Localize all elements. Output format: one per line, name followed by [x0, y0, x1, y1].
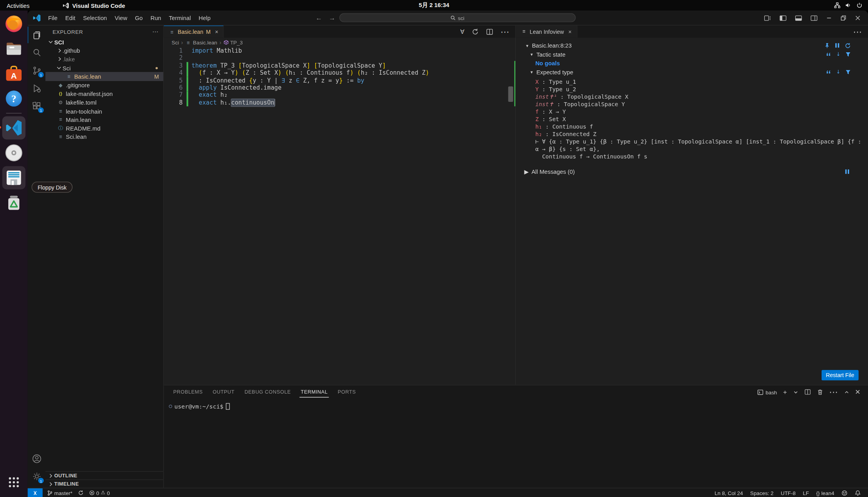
goto-down-icon[interactable]: ↓ [836, 52, 840, 57]
code-line-5[interactable]: 5 : IsConnected {y : Y | ∃ z ∈ Z, f z = … [164, 77, 515, 84]
feedback-smiley-icon[interactable] [839, 490, 850, 496]
activitybar-account-icon[interactable] [28, 450, 45, 467]
panel-tab-ports[interactable]: PORTS [337, 387, 357, 397]
explorer-more-actions-icon[interactable]: ⋯ [152, 28, 159, 35]
menu-help[interactable]: Help [195, 13, 214, 22]
sync-changes-button[interactable] [75, 490, 86, 495]
tree-item--lake[interactable]: .lake [45, 55, 163, 64]
code-line-6[interactable]: 6 apply IsConnected.image [164, 84, 515, 92]
code-editor[interactable]: 1import Mathlib23theorem TP_3 [Topologic… [164, 47, 515, 385]
terminal-instance-bash[interactable]: bash [757, 389, 777, 395]
quote-icon[interactable] [826, 70, 831, 74]
toggle-primary-sidebar-icon[interactable] [780, 14, 787, 21]
dock-disc-icon[interactable] [2, 141, 26, 164]
sidebar-section-outline[interactable]: OUTLINE [45, 471, 163, 479]
expected-type-header[interactable]: Expected type [536, 69, 573, 75]
code-line-7[interactable]: 7 exact h₂ [164, 92, 515, 99]
indentation-status[interactable]: Spaces: 2 [747, 490, 776, 496]
menu-file[interactable]: File [44, 13, 62, 22]
tree-item-lakefile-toml[interactable]: ⚙lakefile.toml [45, 98, 163, 107]
panel-tab-problems[interactable]: PROBLEMS [172, 387, 204, 397]
customize-layout-icon[interactable] [764, 14, 771, 21]
activitybar-search-icon[interactable] [28, 44, 45, 61]
problems-status[interactable]: 0 ⚠ 0 [86, 490, 112, 496]
dock-ubuntu-software-icon[interactable]: A [2, 62, 26, 85]
dock-help-icon[interactable]: ? [2, 87, 26, 110]
dock-floppy-disk-icon[interactable] [2, 166, 26, 189]
tree-item-basic-lean[interactable]: ≡Basic.leanM [45, 72, 163, 81]
pause-icon[interactable] [835, 42, 840, 48]
infoview-tab-close-icon[interactable]: × [568, 29, 572, 35]
activitybar-settings-gear-icon[interactable]: 1 [28, 468, 45, 484]
split-terminal-icon[interactable] [804, 389, 811, 396]
tree-item--github[interactable]: .github [45, 46, 163, 55]
tree-root-sci[interactable]: SCI [45, 38, 163, 46]
tab-basic-lean[interactable]: ≡ Basic.lean M × [164, 26, 224, 38]
code-line-4[interactable]: 4 (f : X → Y) (Z : Set X) (h₁ : Continuo… [164, 69, 515, 77]
collapse-chevron-icon[interactable]: ▼ [530, 52, 534, 56]
system-tray[interactable] [834, 2, 868, 8]
dock-vscode-icon[interactable] [2, 116, 26, 140]
close-button[interactable] [855, 15, 861, 20]
new-terminal-icon[interactable]: + [783, 388, 787, 396]
tree-item-sci-lean[interactable]: ≡Sci.lean [45, 133, 163, 141]
activitybar-source-control-icon[interactable]: 1 [28, 62, 45, 79]
terminal[interactable]: user@vm:~/sci$ [164, 403, 868, 410]
pin-icon[interactable] [824, 42, 830, 48]
expand-chevron-icon[interactable]: ▶ [524, 168, 529, 175]
infoview-more-actions-icon[interactable]: ⋯ [853, 26, 862, 37]
tree-item-lean-toolchain[interactable]: ≡lean-toolchain [45, 107, 163, 115]
panel-tab-debug-console[interactable]: DEBUG CONSOLE [243, 387, 292, 397]
tree-item--gitignore[interactable]: ◆.gitignore [45, 81, 163, 90]
toggle-secondary-sidebar-icon[interactable] [811, 14, 818, 21]
language-mode-status[interactable]: {}lean4 [813, 490, 837, 496]
collapse-chevron-icon[interactable]: ▼ [530, 70, 534, 74]
tree-item-main-lean[interactable]: ≡Main.lean [45, 115, 163, 124]
filter-icon[interactable] [845, 52, 851, 57]
menu-terminal[interactable]: Terminal [165, 13, 195, 22]
dock-firefox-icon[interactable] [2, 12, 26, 35]
tab-lean-infoview[interactable]: ≡ Lean Infoview × [516, 26, 577, 38]
maximize-panel-chevron-icon[interactable] [844, 390, 849, 395]
dock-files-icon[interactable] [2, 37, 26, 60]
tree-item-readme-md[interactable]: ⓘREADME.md [45, 124, 163, 133]
terminal-dropdown-chevron-icon[interactable] [793, 390, 798, 395]
code-line-3[interactable]: 3theorem TP_3 [TopologicalSpace X] [Topo… [164, 62, 515, 69]
panel-more-actions-icon[interactable]: ⋯ [829, 387, 838, 398]
goto-down-icon[interactable]: ↓ [836, 69, 840, 75]
panel-tab-terminal[interactable]: TERMINAL [300, 387, 329, 398]
eol-status[interactable]: LF [800, 490, 812, 496]
cursor-position-status[interactable]: Ln 8, Col 24 [712, 490, 746, 496]
collapse-chevron-icon[interactable]: ▼ [525, 44, 529, 48]
panel-tab-output[interactable]: OUTPUT [211, 387, 235, 397]
menu-selection[interactable]: Selection [79, 13, 111, 22]
activitybar-run-debug-icon[interactable] [28, 80, 45, 96]
tree-item-lake-manifest-json[interactable]: {}lake-manifest.json [45, 90, 163, 98]
split-editor-icon[interactable] [486, 28, 493, 35]
pause-icon[interactable] [845, 169, 850, 174]
infoview-position-header[interactable]: Basic.lean:8:23 [532, 42, 572, 49]
lean-forall-toolbar-icon[interactable]: ∀ [460, 28, 465, 35]
nav-forward-button[interactable]: → [329, 14, 335, 22]
code-line-8[interactable]: 8 exact h₁.continuousOn [164, 99, 515, 107]
nav-back-button[interactable]: ← [316, 14, 322, 22]
restart-file-button[interactable]: Restart File [822, 370, 859, 381]
encoding-status[interactable]: UTF-8 [778, 490, 798, 496]
notifications-bell-icon[interactable] [852, 490, 864, 496]
menu-go[interactable]: Go [131, 13, 146, 22]
code-line-2[interactable]: 2 [164, 55, 515, 62]
menu-view[interactable]: View [111, 13, 131, 22]
code-line-1[interactable]: 1import Mathlib [164, 47, 515, 55]
breadcrumb[interactable]: Sci › ≡Basic.lean › TP_3 [164, 38, 515, 47]
activitybar-explorer-icon[interactable] [28, 27, 45, 43]
close-panel-icon[interactable]: × [855, 387, 860, 397]
tree-item-sci[interactable]: Sci [45, 64, 163, 72]
toggle-panel-icon[interactable] [795, 14, 802, 21]
refresh-icon[interactable] [845, 42, 851, 48]
tab-close-icon[interactable]: × [215, 29, 218, 35]
command-center-search[interactable]: sci [339, 13, 576, 22]
dock-trash-icon[interactable] [2, 191, 26, 214]
terminal-command-decoration[interactable] [169, 405, 172, 408]
minimize-button[interactable] [826, 15, 832, 20]
quote-icon[interactable] [826, 52, 831, 56]
